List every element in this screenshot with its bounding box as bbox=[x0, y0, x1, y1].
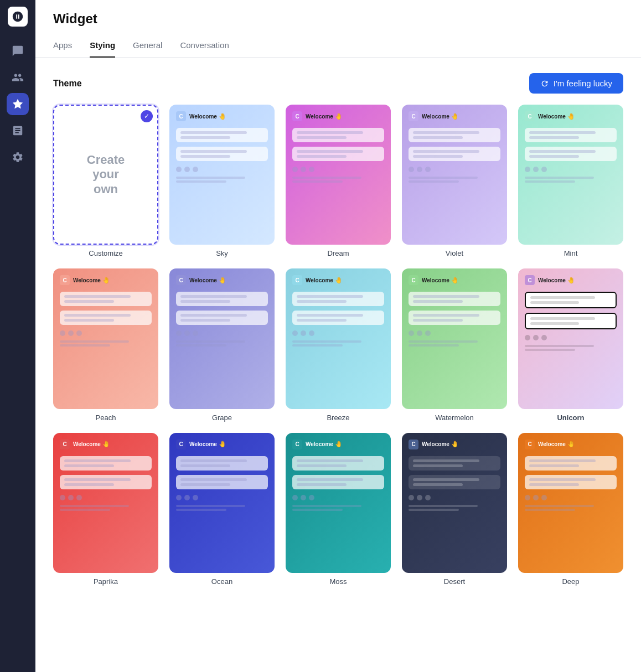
widget-dots-row bbox=[292, 330, 384, 336]
widget-dots-row bbox=[60, 330, 152, 336]
widget-line bbox=[297, 150, 363, 153]
widget-dot bbox=[184, 167, 190, 172]
widget-line-short bbox=[180, 319, 230, 322]
widget-dots-row bbox=[525, 167, 617, 172]
widget-greeting: Welocome 🤚 bbox=[422, 113, 459, 120]
widget-line-extra bbox=[60, 509, 110, 511]
widget-dot bbox=[409, 330, 414, 336]
widget-dot bbox=[301, 330, 306, 336]
widget-card bbox=[525, 313, 617, 329]
widget-card bbox=[409, 128, 500, 142]
theme-card-deep[interactable]: CWelocome 🤚Deep bbox=[518, 433, 623, 586]
widget-dot bbox=[409, 167, 414, 172]
theme-name-breeze: Breeze bbox=[327, 413, 349, 422]
theme-card-breeze[interactable]: CWelocome 🤚Breeze bbox=[286, 268, 391, 421]
widget-dot bbox=[525, 335, 530, 340]
widget-dots-row bbox=[525, 495, 617, 500]
widget-line-short bbox=[297, 136, 347, 139]
customize-text: Create your own bbox=[87, 153, 125, 197]
theme-label: Theme bbox=[53, 79, 82, 89]
widget-dots-row bbox=[292, 167, 384, 172]
widget-header: CWelocome 🤚 bbox=[292, 111, 384, 121]
theme-card-unicorn[interactable]: CWelocome 🤚Unicorn bbox=[518, 268, 623, 421]
widget-dot bbox=[525, 495, 530, 500]
widget-line-extra bbox=[409, 177, 478, 179]
theme-card-paprika[interactable]: CWelocome 🤚Paprika bbox=[53, 433, 158, 586]
widget-line bbox=[297, 459, 363, 462]
sidebar-item-apps[interactable] bbox=[7, 93, 29, 115]
theme-card-customize[interactable]: ✓Create your ownCustomize bbox=[53, 105, 158, 257]
sidebar-item-contacts[interactable] bbox=[7, 66, 29, 89]
widget-line-short bbox=[180, 464, 230, 467]
theme-card-violet[interactable]: CWelocome 🤚Violet bbox=[402, 105, 507, 257]
tab-bar: Apps Stying General Conversation bbox=[53, 35, 623, 57]
widget-line bbox=[413, 150, 479, 153]
widget-card bbox=[60, 311, 152, 325]
widget-header: CWelocome 🤚 bbox=[292, 275, 384, 285]
theme-card-desert[interactable]: CWelocome 🤚Desert bbox=[402, 433, 507, 586]
widget-dot bbox=[184, 330, 190, 336]
widget-line-short bbox=[413, 155, 463, 158]
widget-line-short bbox=[180, 300, 230, 303]
theme-card-mint[interactable]: CWelocome 🤚Mint bbox=[518, 105, 623, 257]
widget-logo-icon: C bbox=[176, 111, 186, 121]
widget-line bbox=[529, 131, 596, 134]
tab-general[interactable]: General bbox=[133, 36, 162, 58]
widget-header: CWelocome 🤚 bbox=[409, 111, 500, 121]
sidebar-item-reports[interactable] bbox=[7, 120, 29, 142]
theme-name-grape: Grape bbox=[212, 413, 232, 422]
theme-card-sky[interactable]: CWelocome 🤚Sky bbox=[169, 105, 275, 257]
widget-dot bbox=[533, 495, 539, 500]
widget-line-extra bbox=[176, 505, 245, 507]
widget-dots-row bbox=[292, 495, 384, 500]
widget-dot bbox=[193, 495, 198, 500]
widget-dot bbox=[417, 495, 422, 500]
widget-line bbox=[297, 314, 363, 317]
widget-card bbox=[176, 311, 268, 325]
widget-line bbox=[413, 314, 479, 317]
tab-stying[interactable]: Stying bbox=[90, 36, 115, 58]
sidebar-item-settings[interactable] bbox=[7, 146, 29, 168]
widget-line-short bbox=[64, 464, 114, 467]
widget-dot bbox=[176, 330, 182, 336]
widget-line-short bbox=[297, 483, 347, 486]
widget-line-short bbox=[529, 464, 579, 467]
widget-dot bbox=[409, 495, 414, 500]
widget-dot bbox=[292, 167, 298, 172]
page-title: Widget bbox=[53, 11, 623, 27]
widget-line-short bbox=[413, 300, 463, 303]
theme-card-grape[interactable]: CWelocome 🤚Grape bbox=[169, 268, 275, 421]
widget-header: CWelocome 🤚 bbox=[525, 111, 617, 121]
widget-line-extra bbox=[409, 340, 478, 343]
tab-conversation[interactable]: Conversation bbox=[180, 36, 229, 58]
theme-card-ocean[interactable]: CWelocome 🤚Ocean bbox=[169, 433, 275, 586]
widget-line-extra bbox=[60, 505, 129, 507]
widget-card bbox=[409, 456, 500, 471]
theme-card-dream[interactable]: CWelocome 🤚Dream bbox=[286, 105, 391, 257]
widget-greeting: Welocome 🤚 bbox=[189, 441, 226, 448]
tab-apps[interactable]: Apps bbox=[53, 36, 72, 58]
widget-card bbox=[292, 456, 384, 471]
widget-dot bbox=[533, 335, 539, 340]
widget-dots-row bbox=[176, 495, 268, 500]
lucky-button[interactable]: I'm feeling lucky bbox=[529, 73, 623, 94]
widget-card bbox=[525, 128, 617, 142]
widget-line-extra bbox=[60, 340, 129, 343]
widget-logo-icon: C bbox=[292, 111, 302, 121]
widget-logo-icon: C bbox=[409, 111, 418, 121]
theme-card-watermelon[interactable]: CWelocome 🤚Watermelon bbox=[402, 268, 507, 421]
theme-card-peach[interactable]: CWelocome 🤚Peach bbox=[53, 268, 158, 421]
widget-line-short bbox=[297, 155, 347, 158]
widget-dots-row bbox=[60, 495, 152, 500]
widget-logo-icon: C bbox=[525, 111, 535, 121]
widget-card bbox=[176, 475, 268, 489]
theme-card-moss[interactable]: CWelocome 🤚Moss bbox=[286, 433, 391, 586]
widget-dot bbox=[309, 167, 314, 172]
widget-line-extra bbox=[525, 177, 594, 179]
widget-logo-icon: C bbox=[525, 275, 535, 285]
sidebar-item-conversations[interactable] bbox=[7, 40, 29, 62]
widget-line bbox=[413, 295, 479, 298]
widget-greeting: Welocome 🤚 bbox=[422, 277, 459, 284]
widget-line-short bbox=[64, 300, 114, 303]
widget-greeting: Welocome 🤚 bbox=[538, 277, 575, 284]
